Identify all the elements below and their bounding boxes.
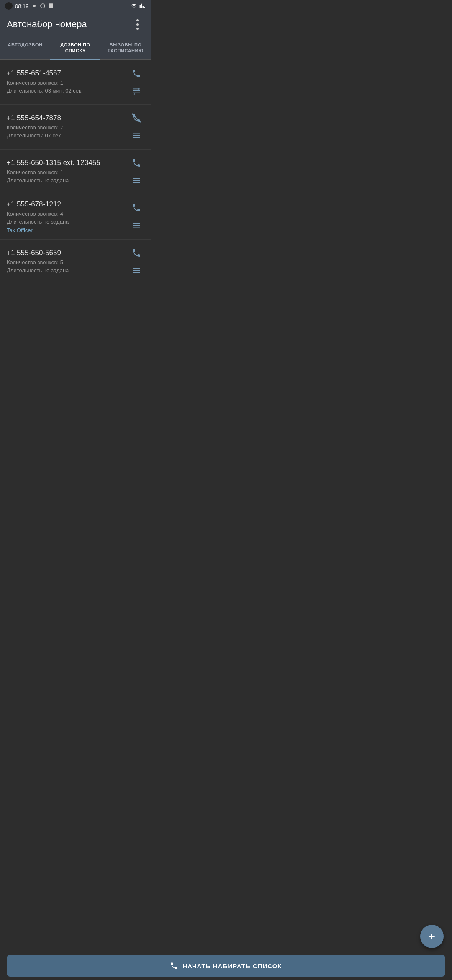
wifi-icon xyxy=(131,3,137,9)
call-duration: Длительность: 03 мин. 02 сек. xyxy=(7,87,124,95)
tabs-container: АВТОДОЗВОН ДОЗВОН ПОСПИСКУ ВЫЗОВЫ ПОРАСП… xyxy=(0,37,151,60)
sim-icon xyxy=(48,3,54,9)
reorder-button[interactable] xyxy=(129,173,144,188)
app-bar: Автонабор номера xyxy=(0,12,151,37)
phone-crossed-icon xyxy=(131,113,141,123)
list-item-content: +1 555-650-1315 ext. 123455 Количество з… xyxy=(7,159,124,185)
list-item: +1 555-650-5659 Количество звонков: 5 Дл… xyxy=(0,240,151,284)
reorder-icon xyxy=(132,266,141,275)
item-actions xyxy=(129,66,144,98)
phone-number: +1 555-654-7878 xyxy=(7,114,124,122)
phone-number: +1 555-678-1212 xyxy=(7,200,124,209)
status-right xyxy=(131,3,146,9)
tab-list[interactable]: ДОЗВОН ПОСПИСКУ xyxy=(50,37,100,59)
reorder-button[interactable] xyxy=(129,128,144,143)
call-button[interactable] xyxy=(129,155,144,170)
list-item: +1 555-650-1315 ext. 123455 Количество з… xyxy=(0,150,151,194)
call-count: Количество звонков: 1 xyxy=(7,168,124,177)
signal-icon xyxy=(139,3,146,9)
menu-dot-1 xyxy=(136,19,139,21)
phone-number: +1 555-650-1315 ext. 123455 xyxy=(7,159,124,167)
spacer xyxy=(0,343,151,356)
reorder-icon xyxy=(132,221,141,230)
item-actions xyxy=(129,245,144,278)
status-bar: 08:19 xyxy=(0,0,151,12)
call-duration: Длительность: 07 сек. xyxy=(7,132,124,140)
menu-dot-2 xyxy=(136,23,139,26)
list-item-content: +1 555-651-4567 Количество звонков: 1 Дл… xyxy=(7,69,124,95)
call-count: Количество звонков: 5 xyxy=(7,258,124,267)
phone-icon xyxy=(131,203,141,213)
list-item: +1 555-654-7878 Количество звонков: 7 Дл… xyxy=(0,105,151,150)
list-item: +1 555-651-4567 Количество звонков: 1 Дл… xyxy=(0,60,151,105)
status-time: 08:19 xyxy=(15,3,29,9)
item-actions xyxy=(129,200,144,233)
phone-icon xyxy=(131,68,141,78)
tab-autodial[interactable]: АВТОДОЗВОН xyxy=(0,37,50,59)
reorder-button[interactable] xyxy=(129,83,144,98)
phone-icon xyxy=(131,158,141,168)
svg-rect-1 xyxy=(49,3,53,8)
call-count: Количество звонков: 1 xyxy=(7,79,124,87)
call-duration: Длительность не задана xyxy=(7,266,124,275)
contact-label: Tax Officer xyxy=(7,227,124,233)
list-item-content: +1 555-654-7878 Количество звонков: 7 Дл… xyxy=(7,114,124,140)
empty-area xyxy=(0,284,151,343)
svg-point-0 xyxy=(33,5,36,7)
call-count: Количество звонков: 4 xyxy=(7,210,124,218)
app-title: Автонабор номера xyxy=(7,19,87,30)
call-duration: Длительность не задана xyxy=(7,218,124,226)
phone-number: +1 555-651-4567 xyxy=(7,69,124,77)
reorder-button[interactable] xyxy=(129,218,144,233)
camera-dot-icon xyxy=(5,2,13,10)
phone-number: +1 555-650-5659 xyxy=(7,249,124,257)
item-actions xyxy=(129,155,144,188)
call-button[interactable] xyxy=(129,245,144,260)
call-button[interactable] xyxy=(129,111,144,126)
list-item: +1 555-678-1212 Количество звонков: 4 Дл… xyxy=(0,194,151,240)
reorder-icon xyxy=(132,131,141,140)
status-left: 08:19 xyxy=(5,2,54,10)
settings-icon xyxy=(40,3,46,9)
phone-icon xyxy=(131,248,141,258)
activity-icon xyxy=(31,3,37,9)
reorder-button[interactable] xyxy=(129,263,144,278)
call-button[interactable] xyxy=(129,66,144,81)
tab-schedule[interactable]: ВЫЗОВЫ ПОРАСПИСАНИЮ xyxy=(100,37,151,59)
reorder-icon xyxy=(132,86,141,95)
list-item-content: +1 555-678-1212 Количество звонков: 4 Дл… xyxy=(7,200,124,233)
menu-dot-3 xyxy=(136,28,139,30)
overflow-menu-button[interactable] xyxy=(131,18,144,31)
item-actions xyxy=(129,111,144,143)
call-list: +1 555-651-4567 Количество звонков: 1 Дл… xyxy=(0,60,151,284)
list-item-content: +1 555-650-5659 Количество звонков: 5 Дл… xyxy=(7,249,124,275)
reorder-icon xyxy=(132,176,141,185)
call-button[interactable] xyxy=(129,200,144,215)
call-duration: Длительность не задана xyxy=(7,176,124,185)
call-count: Количество звонков: 7 xyxy=(7,124,124,132)
